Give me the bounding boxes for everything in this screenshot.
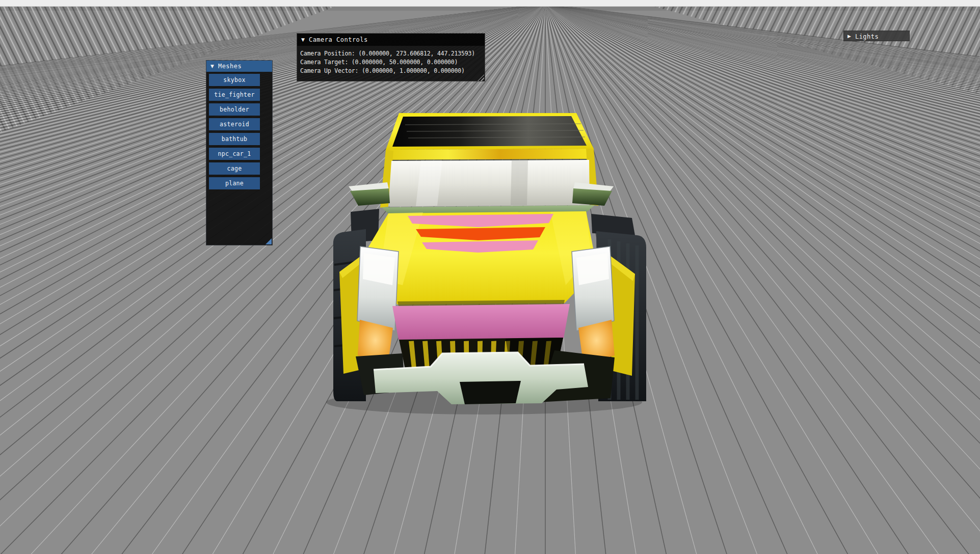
3d-viewport[interactable] [0,0,980,554]
mesh-button-list: skyboxtie_fighterbeholderasteroidbathtub… [209,74,272,189]
camera-controls-body: Camera Position: (0.000000, 273.606812, … [297,46,485,81]
mesh-button-skybox[interactable]: skybox [209,74,260,86]
mesh-button-plane[interactable]: plane [209,177,260,189]
mesh-button-bathtub[interactable]: bathtub [209,133,260,145]
camera-controls-title: Camera Controls [309,36,368,43]
camera-up-vector-text: Camera Up Vector: (0.000000, 1.000000, 0… [300,67,482,75]
roof-front-rail [386,149,594,160]
window-top-bar [0,0,980,7]
3d-scene-canvas [0,0,980,554]
meshes-panel[interactable]: ▼ Meshes skyboxtie_fighterbeholderastero… [206,60,273,245]
camera-controls-header[interactable]: ▼ Camera Controls [297,34,485,46]
camera-controls-panel[interactable]: ▼ Camera Controls Camera Position: (0.00… [297,33,485,81]
lights-panel[interactable]: ▶ Lights [843,31,910,41]
camera-target-text: Camera Target: (0.000000, 50.000000, 0.0… [300,58,482,67]
mesh-button-beholder[interactable]: beholder [209,103,260,116]
app-window: ▼ Camera Controls Camera Position: (0.00… [0,0,980,554]
collapse-arrow-down-icon[interactable]: ▼ [210,64,214,69]
mesh-button-tie_fighter[interactable]: tie_fighter [209,89,260,101]
mesh-button-asteroid[interactable]: asteroid [209,118,260,130]
meshes-body: skyboxtie_fighterbeholderasteroidbathtub… [206,72,272,245]
collapse-arrow-down-icon[interactable]: ▼ [301,38,305,42]
meshes-header[interactable]: ▼ Meshes [206,61,272,72]
bumper-notch [460,381,521,404]
mesh-button-npc_car_1[interactable]: npc_car_1 [209,148,260,160]
bumper-pink-band [392,304,570,340]
windshield-shade [511,160,528,205]
lights-header[interactable]: ▶ Lights [844,31,909,42]
lights-title: Lights [855,33,879,40]
resize-grip[interactable] [266,238,272,244]
camera-position-text: Camera Position: (0.000000, 273.606812, … [300,49,482,58]
collapse-arrow-right-icon[interactable]: ▶ [847,34,851,39]
mesh-button-cage[interactable]: cage [209,162,260,175]
meshes-title: Meshes [218,63,242,70]
